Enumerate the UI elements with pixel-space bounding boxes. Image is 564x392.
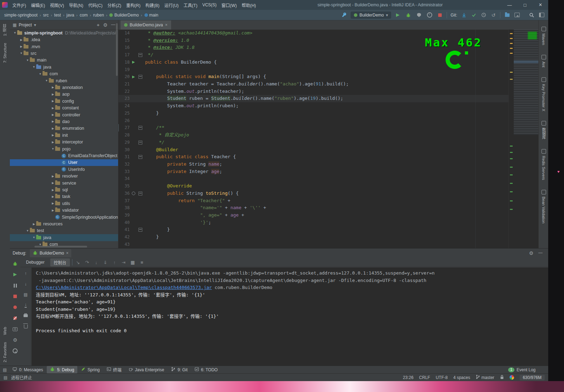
tree-item[interactable]: ▶interceptor (10, 139, 118, 146)
tree-item[interactable]: ▼main (10, 57, 118, 64)
chevron-collapsed-icon[interactable]: ▶ (51, 93, 55, 96)
project-views-icon[interactable] (13, 23, 17, 27)
toolwindow-button[interactable]: 9: Git (168, 366, 191, 373)
line-number[interactable]: 35 (118, 182, 130, 190)
code-line[interactable]: 30 @Builder (118, 146, 509, 154)
tree-item[interactable]: ▶.idea (10, 36, 118, 43)
line-number[interactable]: 41 (118, 226, 130, 233)
stripe-mark[interactable] (510, 191, 513, 192)
tree-item[interactable]: ▶sql (10, 186, 118, 193)
tree-item[interactable]: ▶resources (10, 220, 118, 227)
line-number[interactable]: 32 (118, 161, 130, 168)
tree-item[interactable]: ▶.mvn (10, 43, 118, 50)
toolwindow-button[interactable]: 终端 (104, 366, 125, 373)
tree-item[interactable]: CUser (10, 159, 118, 166)
tree-item[interactable]: ▶service (10, 180, 118, 186)
fold-icon[interactable] (138, 192, 142, 195)
event-log-button[interactable]: 1 Event Log (508, 367, 545, 372)
tree-item[interactable]: CUserInfo (10, 166, 118, 173)
line-number[interactable]: 38 (118, 204, 130, 212)
breadcrumb-item[interactable]: java (66, 12, 75, 18)
line-number[interactable]: 37 (118, 197, 130, 205)
code-line[interactable]: 38 "name='" + name + '\'' + (118, 204, 509, 212)
chevron-collapsed-icon[interactable]: ▶ (51, 175, 55, 178)
line-number[interactable]: 27 (118, 124, 130, 131)
gutter[interactable]: 33 (118, 168, 145, 175)
soft-wrap-button[interactable] (22, 291, 29, 298)
line-number[interactable]: 19 (118, 66, 130, 73)
run-gutter-icon[interactable] (132, 61, 135, 64)
chevron-collapsed-icon[interactable]: ▶ (51, 181, 55, 185)
stripe-mark[interactable] (510, 33, 513, 34)
encoding-widget[interactable]: UTF-8 (436, 375, 448, 380)
stripe-mark[interactable] (510, 43, 513, 44)
chevron-expanded-icon[interactable]: ▼ (32, 65, 36, 69)
chevron-collapsed-icon[interactable]: ▶ (51, 120, 55, 123)
chevron-expanded-icon[interactable]: ▼ (38, 72, 43, 76)
line-number[interactable]: 29 (118, 139, 130, 146)
tree-item[interactable]: ▼simple-springbootD:\file\idea\IdeaProje… (10, 30, 118, 36)
line-number[interactable]: 15 (118, 37, 130, 44)
gutter[interactable]: 17 (118, 51, 145, 59)
chevron-collapsed-icon[interactable]: ▶ (19, 38, 24, 41)
stripe-mark[interactable] (510, 167, 513, 168)
gutter[interactable]: 36 (118, 190, 145, 197)
menu-item[interactable]: 文件(F) (10, 1, 28, 9)
gutter[interactable]: 28 (118, 131, 145, 139)
tree-item[interactable]: ▼test (10, 227, 118, 234)
line-number[interactable]: 40 (118, 219, 130, 226)
code-line[interactable]: 39 ", age=" + age + (118, 212, 509, 219)
vcs-commit-button[interactable] (471, 12, 477, 18)
pin-tab-button[interactable] (12, 348, 18, 354)
line-number[interactable]: 30 (118, 146, 130, 154)
stripe-mark[interactable] (510, 152, 513, 153)
fold-icon[interactable] (138, 141, 142, 144)
tree-item[interactable]: ▶utils (10, 200, 118, 207)
tree-item[interactable]: ▶controller (10, 111, 118, 118)
maximize-button[interactable] (517, 0, 533, 10)
menu-item[interactable]: 构建(B) (143, 1, 162, 9)
tree-vertical-scrollbar[interactable] (116, 23, 118, 76)
vcs-rollback-button[interactable] (490, 12, 497, 18)
project-settings-button[interactable] (103, 22, 108, 28)
menu-item[interactable]: 视图(V) (47, 1, 66, 9)
code-line[interactable]: 25 } (118, 110, 509, 117)
stripe-button[interactable]: Redis Servers (542, 146, 546, 180)
line-number[interactable]: 28 (118, 131, 130, 139)
gutter[interactable]: 25 (118, 110, 145, 117)
view-breakpoints-button[interactable] (12, 304, 18, 310)
code-line[interactable]: 29 */ (118, 139, 509, 146)
breadcrumb-item[interactable]: test (53, 12, 61, 18)
menu-item[interactable]: 分析(Z) (105, 1, 124, 9)
breadcrumb-item[interactable]: BuilderDemo (109, 12, 139, 18)
menu-item[interactable]: 窗口(W) (219, 1, 239, 9)
chevron-collapsed-icon[interactable]: ▶ (51, 141, 55, 144)
tree-item[interactable]: ▼java (10, 234, 118, 241)
code-line[interactable]: 27 /** (118, 124, 119, 131)
gutter[interactable]: 41 (118, 226, 145, 233)
chevron-collapsed-icon[interactable]: ▶ (51, 202, 55, 205)
gutter[interactable]: 19 (118, 66, 145, 73)
line-number[interactable]: 16 (118, 44, 130, 51)
quick-settings-wrench-icon[interactable] (341, 12, 347, 18)
tool-window-switcher-icon[interactable] (3, 367, 7, 372)
code-minimap[interactable] (514, 30, 538, 135)
chevron-collapsed-icon[interactable]: ▶ (32, 223, 36, 226)
console-link[interactable]: C:\Users\Administrator\AppData\Local\Tem… (36, 285, 212, 290)
debug-settings-button[interactable] (12, 337, 18, 343)
mute-breakpoints-button[interactable] (12, 315, 18, 321)
debug-session-tab[interactable]: BuilderDemo (30, 249, 71, 257)
scroll-to-end-button[interactable] (22, 302, 29, 308)
rerun-debug-button[interactable] (12, 261, 18, 267)
chevron-collapsed-icon[interactable]: ▶ (51, 209, 55, 212)
lock-icon[interactable] (500, 375, 504, 380)
stripe-button[interactable]: 数据库 (541, 118, 546, 139)
resume-button[interactable] (12, 271, 18, 278)
stripe-mark[interactable] (510, 72, 513, 73)
stripe-button[interactable]: Key Promoter X (542, 75, 546, 111)
line-number[interactable]: 18 (118, 59, 130, 66)
fold-icon[interactable] (138, 75, 142, 79)
stripe-button[interactable]: 2: Favorites (3, 342, 7, 362)
gutter[interactable]: 21 (118, 81, 145, 88)
stripe-mark[interactable] (510, 79, 513, 80)
